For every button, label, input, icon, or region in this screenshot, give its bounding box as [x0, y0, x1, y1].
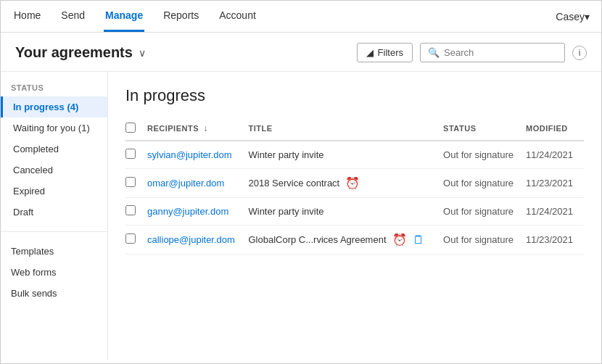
title-cell: Winter party invite [248, 141, 443, 169]
modified-cell: 11/23/2021 [526, 226, 584, 255]
page-title-chevron[interactable]: ∨ [139, 47, 146, 59]
search-icon: 🔍 [428, 47, 440, 58]
filter-icon: ◢ [366, 47, 374, 58]
status-cell: Out for signature [443, 226, 526, 255]
modified-cell: 11/24/2021 [526, 141, 584, 169]
nav-right: Casey▾ [556, 11, 590, 22]
search-input[interactable] [444, 47, 545, 58]
title-text: GlobalCorp C...rvices Agreement [248, 234, 386, 245]
table-header-row: Recipients ↓ Title Status Modified [125, 117, 584, 141]
table-row: omar@jupiter.dom2018 Service contract⏰Ou… [125, 169, 584, 198]
nav-reports[interactable]: Reports [162, 1, 200, 32]
info-icon-button[interactable]: i [572, 46, 587, 60]
user-menu[interactable]: Casey▾ [556, 11, 590, 22]
status-cell: Out for signature [443, 141, 526, 169]
sidebar-item-canceled[interactable]: Canceled [1, 160, 107, 181]
search-box: 🔍 [420, 43, 565, 62]
page-title: Your agreements [15, 44, 133, 61]
title-text: Winter party invite [248, 149, 323, 160]
title-text: 2018 Service contract [248, 178, 339, 189]
nav-manage[interactable]: Manage [104, 1, 144, 32]
title-cell: 2018 Service contract⏰ [248, 169, 443, 198]
table-row: calliope@jupiter.domGlobalCorp C...rvice… [125, 226, 584, 255]
recipient-cell[interactable]: sylvian@jupiter.dom [147, 141, 248, 169]
nav-links: Home Send Manage Reports Account [12, 1, 257, 32]
row-checkbox[interactable] [125, 149, 136, 159]
note-icon: 🗒 [413, 233, 424, 247]
modified-cell: 11/23/2021 [526, 169, 584, 198]
sidebar-item-expired[interactable]: Expired [1, 181, 107, 202]
sidebar: STATUS In progress (4) Waiting for you (… [1, 72, 108, 360]
row-checkbox[interactable] [125, 177, 136, 187]
title-cell: Winter party invite [248, 198, 443, 226]
nav-account[interactable]: Account [218, 1, 257, 32]
row-checkbox[interactable] [125, 233, 136, 244]
sort-icon: ↓ [204, 123, 209, 133]
filters-button[interactable]: ◢ Filters [357, 43, 413, 62]
table-row: ganny@jupiter.domWinter party inviteOut … [125, 198, 584, 226]
page-title-wrap: Your agreements ∨ [15, 44, 146, 61]
sidebar-item-in-progress[interactable]: In progress (4) [1, 96, 107, 117]
table-row: sylvian@jupiter.domWinter party inviteOu… [125, 141, 584, 169]
sidebar-status-label: STATUS [1, 83, 107, 92]
nav-home[interactable]: Home [12, 1, 42, 32]
header-actions: ◢ Filters 🔍 i [357, 43, 587, 62]
alarm-icon: ⏰ [392, 233, 407, 247]
main-content: In progress Recipients ↓ Title Status Mo… [108, 72, 601, 360]
sidebar-item-templates[interactable]: Templates [1, 241, 107, 262]
select-all-checkbox[interactable] [125, 123, 136, 133]
sidebar-divider [1, 231, 107, 232]
top-nav: Home Send Manage Reports Account Casey▾ [1, 1, 601, 33]
title-cell: GlobalCorp C...rvices Agreement⏰🗒 [248, 226, 443, 255]
modified-cell: 11/24/2021 [526, 198, 584, 226]
col-header-title: Title [248, 117, 443, 141]
nav-send[interactable]: Send [59, 1, 86, 32]
recipient-cell[interactable]: omar@jupiter.dom [147, 169, 248, 198]
content-title: In progress [125, 86, 584, 105]
main-layout: STATUS In progress (4) Waiting for you (… [1, 72, 601, 360]
status-cell: Out for signature [443, 169, 526, 198]
sidebar-item-bulk-sends[interactable]: Bulk sends [1, 283, 107, 304]
sidebar-item-waiting[interactable]: Waiting for you (1) [1, 117, 107, 138]
col-header-check [125, 117, 147, 141]
col-header-recipients[interactable]: Recipients ↓ [147, 117, 248, 141]
title-text: Winter party invite [248, 206, 323, 217]
col-header-modified: Modified [526, 117, 584, 141]
col-header-status: Status [443, 117, 526, 141]
recipient-cell[interactable]: calliope@jupiter.dom [147, 226, 248, 255]
recipient-cell[interactable]: ganny@jupiter.dom [147, 198, 248, 226]
sidebar-item-draft[interactable]: Draft [1, 202, 107, 223]
status-cell: Out for signature [443, 198, 526, 226]
row-checkbox[interactable] [125, 205, 136, 215]
page-header: Your agreements ∨ ◢ Filters 🔍 i [1, 33, 601, 72]
sidebar-item-completed[interactable]: Completed [1, 138, 107, 160]
sidebar-item-web-forms[interactable]: Web forms [1, 262, 107, 283]
agreements-table: Recipients ↓ Title Status Modified sylvi… [125, 117, 584, 255]
alarm-icon: ⏰ [345, 176, 360, 190]
